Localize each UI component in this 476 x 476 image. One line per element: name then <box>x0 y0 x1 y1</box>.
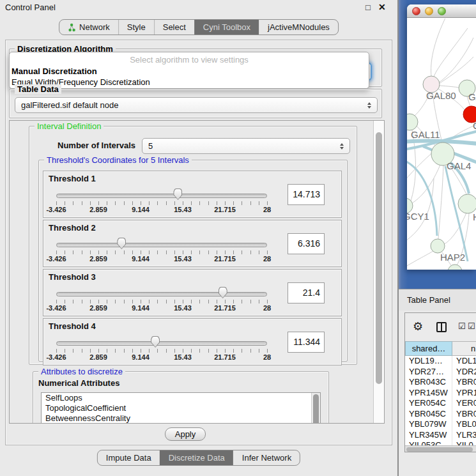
list-scrollbar[interactable] <box>311 393 320 424</box>
combo-arrows-icon <box>340 143 344 150</box>
apply-button[interactable]: Apply <box>165 427 206 441</box>
settings-scrollbar[interactable] <box>373 121 384 423</box>
slider-thumb[interactable] <box>117 238 126 249</box>
table-row[interactable]: YDR27…YDR2 <box>405 367 476 378</box>
node-gal11[interactable] <box>407 114 418 130</box>
num-intervals-value: 5 <box>148 141 153 151</box>
tab-label: Network <box>79 22 110 32</box>
slider-thumb[interactable] <box>151 336 160 348</box>
mac-zoom-button[interactable] <box>438 7 446 15</box>
tab-impute-data[interactable]: Impute Data <box>98 450 160 465</box>
control-panel-tabs: Network Style Select Cyni Toolbox jActiv… <box>59 19 339 35</box>
dropdown-item-equal-width[interactable]: Equal Width/Frequency Discretization <box>10 77 369 88</box>
threshold-value-field[interactable]: 6.316 <box>288 233 325 254</box>
slider-tick-labels: -3.426 2.859 9.144 15.43 21.715 28 <box>43 255 341 264</box>
threshold-value-field[interactable]: 21.4 <box>288 282 325 303</box>
slider-tick-labels: -3.426 2.859 9.144 15.43 21.715 28 <box>43 206 341 215</box>
mac-close-button[interactable] <box>412 7 420 15</box>
column-header-name[interactable]: n <box>452 341 476 356</box>
slider-track[interactable] <box>56 341 267 346</box>
tab-cyni-toolbox[interactable]: Cyni Toolbox <box>194 20 259 35</box>
table-row[interactable]: YBR043CYBR0 <box>405 377 476 388</box>
table-horizontal-scrollbar[interactable] <box>405 445 476 452</box>
scrollbar-thumb[interactable] <box>406 447 473 452</box>
table-row[interactable]: YBL079WYBL0 <box>405 419 476 430</box>
threshold-title: Threshold 4 <box>49 321 96 331</box>
slider-tick-labels: -3.426 2.859 9.144 15.43 21.715 28 <box>43 304 341 313</box>
list-item[interactable]: BetweennessCentrality <box>42 413 320 424</box>
settings-scrollpane: Interval Definition Number of Intervals … <box>9 120 385 424</box>
node-label: H <box>473 211 476 222</box>
tab-discretize-data[interactable]: Discretize Data <box>160 450 233 465</box>
slider-tick-labels: -3.426 2.859 9.144 15.43 21.715 28 <box>43 353 341 362</box>
network-view-window[interactable]: GAL80 GA C GAL11 GAL4 GCY1 H HAP2 <box>407 4 476 270</box>
combo-arrows-icon <box>367 102 371 109</box>
table-row[interactable]: YPR145WYPR1 <box>405 388 476 399</box>
network-graph: GAL80 GA C GAL11 GAL4 GCY1 H HAP2 <box>407 19 476 270</box>
columns-icon[interactable] <box>436 322 447 332</box>
network-icon <box>68 23 76 32</box>
table-rows: YDL19…YDL1 YDR27…YDR2 YBR043CYBR0 YPR145… <box>405 356 476 445</box>
table-panel-title: Table Panel <box>399 289 476 311</box>
slider-ticks <box>56 201 268 205</box>
interval-definition-group: Interval Definition Number of Intervals … <box>29 126 357 365</box>
table-toolbar: ⚙ ☑ ☑ <box>405 313 476 341</box>
slider-track[interactable] <box>56 194 267 198</box>
table-data-combobox[interactable]: galFiltered.sif default node <box>15 97 378 113</box>
panel-title: Control Panel <box>5 3 56 12</box>
threshold-1-panel: Threshold 1 -3.426 2.859 9.144 15.43 21.… <box>43 171 342 218</box>
mac-minimize-button[interactable] <box>425 7 433 15</box>
gear-icon[interactable]: ⚙ <box>413 319 423 334</box>
group-label: Interval Definition <box>35 121 104 131</box>
slider-track[interactable] <box>56 292 267 296</box>
dropdown-item-manual-discretization[interactable]: Manual Discretization <box>10 66 369 77</box>
tab-jactivemnodules[interactable]: jActiveMNodules <box>259 20 338 35</box>
list-item[interactable]: TopologicalCoefficient <box>42 403 320 413</box>
column-header-shared[interactable]: shared… <box>405 341 452 356</box>
node-label: GAL4 <box>447 160 471 171</box>
numerical-attributes-label: Numerical Attributes <box>38 378 119 388</box>
threshold-title: Threshold 3 <box>49 272 96 282</box>
node-bottom[interactable] <box>448 265 462 270</box>
network-window-titlebar[interactable] <box>407 4 476 18</box>
node-label: C <box>473 120 476 131</box>
control-panel: Control Panel □ ✕ Network Style Select C… <box>0 0 397 476</box>
tab-select[interactable]: Select <box>154 20 194 35</box>
node-label: GAL80 <box>426 90 456 101</box>
threshold-value-field[interactable]: 14.713 <box>288 184 325 205</box>
num-intervals-combobox[interactable]: 5 <box>142 138 350 154</box>
scrollbar-thumb[interactable] <box>376 132 382 384</box>
network-canvas[interactable]: GAL80 GA C GAL11 GAL4 GCY1 H HAP2 <box>407 19 476 270</box>
tab-style[interactable]: Style <box>118 20 154 35</box>
group-label: Attributes to discretize <box>38 367 125 376</box>
node-label: HAP2 <box>440 252 465 263</box>
table-row[interactable]: YDL19…YDL1 <box>405 356 476 367</box>
table-row[interactable]: YER054CYER0 <box>405 398 476 409</box>
tab-network[interactable]: Network <box>59 20 118 35</box>
group-label: Threshold's Coordinates for 5 Intervals <box>44 155 192 165</box>
tab-infer-network[interactable]: Infer Network <box>233 450 300 465</box>
list-item[interactable]: SelfLoops <box>42 393 320 403</box>
slider-ticks <box>56 250 268 254</box>
slider-ticks <box>56 349 268 353</box>
threshold-2-panel: Threshold 2 -3.426 2.859 9.144 15.43 21.… <box>43 220 342 267</box>
checkbox-icon[interactable]: ☑ <box>468 321 475 331</box>
dropdown-hint: Select algorithm to view settings <box>10 54 369 66</box>
checkbox-icon[interactable]: ☑ <box>458 321 466 331</box>
table-data-value: galFiltered.sif default node <box>21 100 118 110</box>
float-window-icon[interactable]: □ <box>365 3 371 12</box>
node-hap2[interactable] <box>431 239 445 253</box>
slider-thumb[interactable] <box>219 287 227 298</box>
num-intervals-label: Number of Intervals <box>58 141 135 150</box>
node-h[interactable] <box>458 194 476 213</box>
table-data-group: Table Data galFiltered.sif default node <box>9 89 382 118</box>
table-row[interactable]: YBR045CYBR0 <box>405 409 476 420</box>
slider-thumb[interactable] <box>173 188 182 200</box>
close-panel-icon[interactable]: ✕ <box>378 2 386 12</box>
thresholds-group: Threshold's Coordinates for 5 Intervals … <box>38 160 348 362</box>
slider-track[interactable] <box>56 243 267 247</box>
threshold-value-field[interactable]: 11.344 <box>288 332 325 353</box>
attributes-group: Attributes to discretize Numerical Attri… <box>33 371 329 424</box>
table-row[interactable]: YLR345WYLR3 <box>405 430 476 441</box>
threshold-title: Threshold 1 <box>49 174 96 183</box>
